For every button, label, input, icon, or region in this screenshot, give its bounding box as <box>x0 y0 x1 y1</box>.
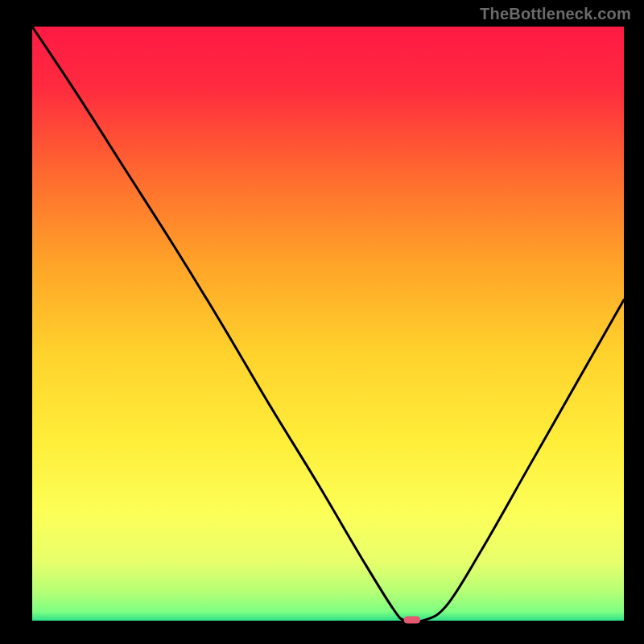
plot-background <box>32 27 624 621</box>
chart-svg <box>0 0 644 644</box>
chart-container: TheBottleneck.com <box>0 0 644 644</box>
watermark-label: TheBottleneck.com <box>480 5 631 23</box>
optimal-marker <box>404 617 421 624</box>
